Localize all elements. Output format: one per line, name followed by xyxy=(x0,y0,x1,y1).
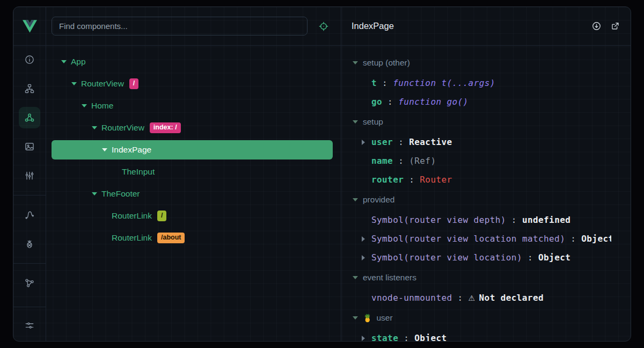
component-name: RouterLink xyxy=(112,233,152,243)
warning-icon: ⚠ xyxy=(469,294,475,302)
tree-row-thefooter[interactable]: TheFooter xyxy=(52,184,333,204)
property-value: Object xyxy=(538,252,570,263)
property-key: Symbol(router view location) xyxy=(371,252,522,263)
inspector-sections: setup (other)t : function t(...args)go :… xyxy=(341,46,631,341)
section-header[interactable]: provided xyxy=(341,189,631,211)
expand-caret-icon[interactable] xyxy=(362,140,365,145)
property-value: function go() xyxy=(398,97,468,107)
sidebar-item-sliders[interactable] xyxy=(19,165,40,186)
expand-caret-icon[interactable] xyxy=(92,192,97,195)
route-badge: index: / xyxy=(150,122,181,133)
sidebar-item-pinia[interactable] xyxy=(19,233,40,255)
expand-caret-icon[interactable] xyxy=(362,255,365,260)
expand-caret-icon[interactable] xyxy=(102,148,107,151)
property-value: Not declared xyxy=(479,293,544,303)
expand-caret-icon[interactable] xyxy=(61,60,67,63)
expand-caret-icon[interactable] xyxy=(362,336,365,341)
key-value-separator: : xyxy=(565,234,581,244)
section-caret-icon xyxy=(353,120,358,124)
expand-caret-icon[interactable] xyxy=(71,82,77,85)
section-title: user xyxy=(376,313,392,323)
search-input[interactable] xyxy=(52,17,308,35)
component-name: RouterView xyxy=(101,123,144,133)
component-name: Home xyxy=(91,101,113,111)
settings-icon xyxy=(24,320,35,331)
tree-row-home[interactable]: Home xyxy=(52,96,333,115)
tree-row-theinput[interactable]: TheInput xyxy=(52,162,333,182)
component-name: TheInput xyxy=(122,167,155,177)
graph-icon xyxy=(24,278,35,288)
sidebar-item-settings[interactable] xyxy=(19,315,40,336)
section-header[interactable]: setup (other) xyxy=(341,52,631,74)
open-in-editor-icon[interactable] xyxy=(610,21,620,31)
components-icon xyxy=(24,112,35,123)
property-row[interactable]: Symbol(router view location) : Object xyxy=(341,248,611,267)
tree-row-routerview[interactable]: RouterViewindex: / xyxy=(52,118,333,137)
property-key: Symbol(router view location matched) xyxy=(371,234,565,244)
route-badge: / xyxy=(129,78,138,89)
property-key: vnode-unmounted xyxy=(371,293,452,303)
tree-row-routerlink[interactable]: RouterLink/ xyxy=(52,206,333,226)
component-name: IndexPage xyxy=(112,145,151,155)
section-title: setup xyxy=(363,117,383,127)
sidebar-item-graph[interactable] xyxy=(19,272,40,294)
routes-icon xyxy=(24,209,35,220)
property-row: go : function go() xyxy=(341,92,611,111)
section-header[interactable]: 🍍user xyxy=(341,307,631,329)
section-caret-icon xyxy=(353,276,358,279)
sidebar-item-components[interactable] xyxy=(19,107,40,128)
tree-row-routerlink[interactable]: RouterLink/about xyxy=(52,228,333,248)
components-toolbar xyxy=(46,7,341,46)
inspector-header: IndexPage xyxy=(341,7,631,46)
component-name: RouterView xyxy=(81,79,124,89)
expand-caret-icon[interactable] xyxy=(92,126,97,129)
key-value-separator: : xyxy=(452,293,469,303)
property-value: Reactive xyxy=(409,137,452,147)
sidebar-item-hierarchy[interactable] xyxy=(19,78,40,99)
property-row: router : Router xyxy=(341,170,611,189)
component-name: App xyxy=(71,57,86,67)
section-header[interactable]: setup xyxy=(341,111,631,133)
sidebar-item-routes[interactable] xyxy=(19,204,40,226)
tree-row-app[interactable]: App xyxy=(52,52,333,71)
property-row: name : (Ref) xyxy=(341,151,611,170)
property-value: Object xyxy=(581,234,611,244)
vue-logo-icon xyxy=(23,20,37,33)
section-header[interactable]: event listeners xyxy=(341,267,631,288)
expand-caret-icon[interactable] xyxy=(82,104,87,107)
property-value: Router xyxy=(420,175,452,185)
property-row: Symbol(router view depth) : undefined xyxy=(341,211,611,229)
component-name: RouterLink xyxy=(112,211,152,221)
sidebar xyxy=(13,7,46,341)
sidebar-item-pages[interactable] xyxy=(19,136,40,157)
key-value-separator: : xyxy=(393,156,409,166)
key-value-separator: : xyxy=(404,175,420,185)
inspector-title: IndexPage xyxy=(352,21,394,31)
property-value: undefined xyxy=(522,215,570,225)
property-value: (Ref) xyxy=(409,156,436,166)
expand-caret-icon[interactable] xyxy=(362,236,365,242)
component-name: TheFooter xyxy=(101,189,140,199)
select-component-icon[interactable] xyxy=(318,21,329,32)
key-value-separator: : xyxy=(398,333,414,341)
property-row[interactable]: state : Object xyxy=(341,329,611,341)
property-value: Object xyxy=(414,333,447,341)
info-icon xyxy=(24,54,35,65)
devtools-window: IndexPage AppRouterView/HomeRouterViewin… xyxy=(13,6,631,342)
sidebar-separator xyxy=(13,263,46,264)
property-row[interactable]: Symbol(router view location matched) : O… xyxy=(341,229,611,248)
key-value-separator: : xyxy=(377,78,393,88)
vue-logo-button[interactable] xyxy=(13,7,46,46)
scroll-to-component-icon[interactable] xyxy=(591,21,602,31)
pinia-store-icon: 🍍 xyxy=(363,314,372,322)
tree-row-indexpage[interactable]: IndexPage xyxy=(52,140,333,160)
property-value: function t(...args) xyxy=(393,78,495,88)
section-caret-icon xyxy=(353,61,358,64)
pinia-icon xyxy=(24,238,35,249)
tree-row-routerview[interactable]: RouterView/ xyxy=(52,74,333,93)
property-row[interactable]: user : Reactive xyxy=(341,133,611,151)
sidebar-item-info[interactable] xyxy=(19,49,40,70)
sidebar-separator xyxy=(13,195,46,195)
property-key: Symbol(router view depth) xyxy=(371,215,506,225)
sidebar-bottom xyxy=(13,307,46,341)
